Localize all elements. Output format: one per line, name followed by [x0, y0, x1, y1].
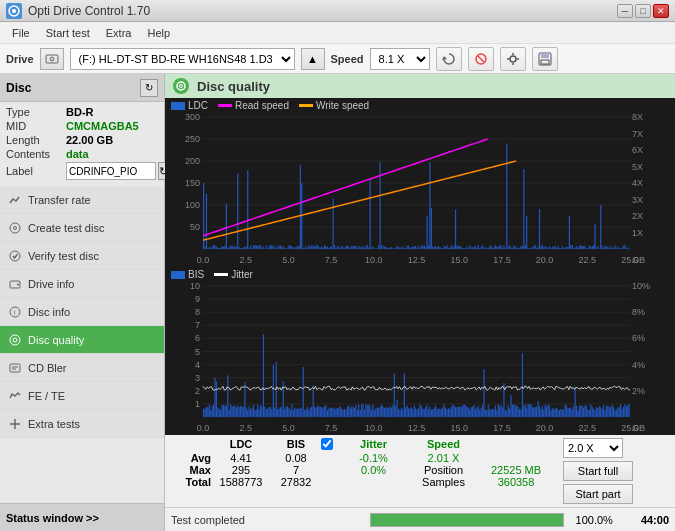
avg-ldc: 4.41: [211, 452, 271, 464]
sidebar-item-drive-info[interactable]: Drive info: [0, 270, 164, 298]
side-menu: Transfer rate Create test disc Verify te…: [0, 186, 164, 503]
right-controls: 2.0 X Start full Start part: [557, 435, 675, 507]
bottom-legend: BIS Jitter: [165, 267, 675, 282]
speed-select2[interactable]: 2.0 X: [563, 438, 623, 458]
disc-info-label: Disc info: [28, 306, 70, 318]
col-bis-header: BIS: [271, 438, 321, 452]
window-title: Opti Drive Control 1.70: [28, 4, 150, 18]
bottom-chart-container: [165, 282, 675, 435]
right-panel: Disc quality LDC Read speed Write speed: [165, 74, 675, 531]
bottom-chart-canvas: [165, 282, 675, 435]
sidebar-item-verify-test-disc[interactable]: Verify test disc: [0, 242, 164, 270]
svg-rect-14: [541, 53, 549, 58]
menu-extra[interactable]: Extra: [98, 25, 140, 41]
progress-bar-outer: [370, 513, 563, 527]
svg-point-18: [10, 251, 20, 261]
settings-btn[interactable]: [500, 47, 526, 71]
jitter-legend-label: Jitter: [231, 269, 253, 280]
start-part-button[interactable]: Start part: [563, 484, 633, 504]
create-disc-label: Create test disc: [28, 222, 104, 234]
svg-rect-15: [541, 60, 549, 64]
menu-help[interactable]: Help: [139, 25, 178, 41]
drive-label: Drive: [6, 53, 34, 65]
left-panel: Disc ↻ Type BD-R MID CMCMAGBA5 Length 22…: [0, 74, 165, 531]
col-check: [321, 438, 341, 452]
fe-te-icon: [8, 389, 22, 403]
max-pos-value: 22525 MB: [481, 464, 551, 476]
refresh-btn[interactable]: [436, 47, 462, 71]
disc-quality-header: Disc quality: [165, 74, 675, 98]
length-label: Length: [6, 134, 66, 146]
col-ldc-header: LDC: [211, 438, 271, 452]
total-jitter: [341, 476, 406, 488]
sidebar-item-cd-bler[interactable]: CD Bler: [0, 354, 164, 382]
ldc-legend-label: LDC: [188, 100, 208, 111]
maximize-button[interactable]: □: [635, 4, 651, 18]
col-empty2: [481, 438, 551, 452]
total-empty: [321, 476, 341, 488]
minimize-button[interactable]: ─: [617, 4, 633, 18]
app-icon: [6, 3, 22, 19]
close-button[interactable]: ✕: [653, 4, 669, 18]
sidebar-item-disc-info[interactable]: i Disc info: [0, 298, 164, 326]
menu-start-test[interactable]: Start test: [38, 25, 98, 41]
disc-quality-label: Disc quality: [28, 334, 84, 346]
avg-label: Avg: [171, 452, 211, 464]
jitter-checkbox[interactable]: [321, 438, 333, 450]
drive-eject-btn[interactable]: ▲: [301, 48, 325, 70]
disc-quality-title: Disc quality: [197, 79, 270, 94]
total-label: Total: [171, 476, 211, 488]
svg-point-20: [17, 283, 19, 285]
start-full-button[interactable]: Start full: [563, 461, 633, 481]
disc-header-title: Disc: [6, 81, 31, 95]
sidebar-item-extra-tests[interactable]: Extra tests: [0, 410, 164, 438]
contents-value: data: [66, 148, 89, 160]
time-value: 44:00: [641, 514, 669, 526]
disc-refresh-btn[interactable]: ↻: [140, 79, 158, 97]
max-pos-label: Position: [406, 464, 481, 476]
sidebar-item-disc-quality[interactable]: Disc quality: [0, 326, 164, 354]
transfer-rate-label: Transfer rate: [28, 194, 91, 206]
sidebar-item-fe-te[interactable]: FE / TE: [0, 382, 164, 410]
top-legend: LDC Read speed Write speed: [165, 98, 675, 113]
drive-select[interactable]: (F:) HL-DT-ST BD-RE WH16NS48 1.D3: [70, 48, 295, 70]
cd-bler-icon: [8, 361, 22, 375]
status-window-btn[interactable]: Status window >>: [0, 503, 164, 531]
sidebar-item-transfer-rate[interactable]: Transfer rate: [0, 186, 164, 214]
bis-legend-color: [171, 271, 185, 279]
write-speed-legend-color: [299, 104, 313, 107]
save-btn[interactable]: [532, 47, 558, 71]
samples-label: Samples: [406, 476, 481, 488]
extra-tests-label: Extra tests: [28, 418, 80, 430]
menu-file[interactable]: File: [4, 25, 38, 41]
speed-select[interactable]: 8.1 X: [370, 48, 430, 70]
avg-jitter: -0.1%: [341, 452, 406, 464]
mid-label: MID: [6, 120, 66, 132]
svg-marker-5: [442, 56, 447, 60]
progress-pct: 100.0%: [576, 514, 613, 526]
svg-point-30: [177, 82, 185, 90]
svg-line-7: [478, 56, 484, 62]
top-chart-container: [165, 113, 675, 267]
label-input[interactable]: [66, 162, 156, 180]
col-empty: [171, 438, 211, 452]
type-value: BD-R: [66, 106, 94, 118]
svg-point-16: [10, 223, 20, 233]
svg-text:i: i: [14, 309, 16, 316]
samples-value: 360358: [481, 476, 551, 488]
speed-label: Speed: [331, 53, 364, 65]
read-speed-legend-label: Read speed: [235, 100, 289, 111]
menu-bar: File Start test Extra Help: [0, 22, 675, 44]
erase-btn[interactable]: [468, 47, 494, 71]
mid-value: CMCMAGBA5: [66, 120, 139, 132]
jitter-legend-color: [214, 273, 228, 276]
charts-wrapper: LDC Read speed Write speed BIS: [165, 98, 675, 435]
title-bar: Opti Drive Control 1.70 ─ □ ✕: [0, 0, 675, 22]
completed-text: Test completed: [171, 514, 362, 526]
bis-legend-label: BIS: [188, 269, 204, 280]
sidebar-item-create-test-disc[interactable]: Create test disc: [0, 214, 164, 242]
svg-point-23: [10, 335, 20, 345]
disc-quality-icon-header: [173, 78, 189, 94]
label-key: Label: [6, 165, 66, 177]
drive-icon-btn[interactable]: [40, 48, 64, 70]
